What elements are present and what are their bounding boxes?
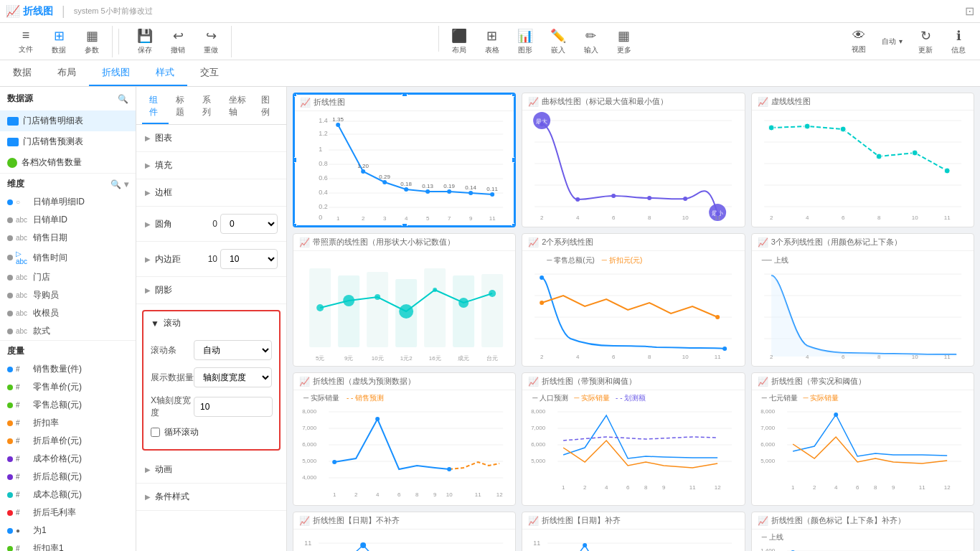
chart-card-9[interactable]: 📈 折线性图（带实况和阈值） ─ 七元销量 ─ 实际销量 8,000 7,000… bbox=[751, 372, 974, 506]
tab-layout[interactable]: 布局 bbox=[44, 60, 89, 86]
section-chart-header[interactable]: ▶ 图表 bbox=[136, 125, 286, 151]
shape-button[interactable]: 📊 图形 bbox=[509, 26, 541, 57]
tab-linechart[interactable]: 折线图 bbox=[89, 60, 143, 86]
search-icon[interactable]: 🔍 bbox=[118, 94, 128, 104]
context-tabs-bar: 数据 布局 折线图 样式 交互 bbox=[0, 60, 980, 87]
window-controls[interactable]: ⊡ bbox=[965, 4, 974, 18]
redo-button[interactable]: ↪ 重做 bbox=[195, 26, 227, 57]
svg-point-68 bbox=[876, 154, 882, 159]
expand-dim-icon[interactable]: ▾ bbox=[124, 179, 128, 189]
measure-item-11[interactable]: # 折扣率1 bbox=[0, 540, 136, 551]
tab-style[interactable]: 样式 bbox=[143, 60, 187, 86]
svg-point-89 bbox=[458, 298, 468, 308]
tab-data[interactable]: 数据 bbox=[0, 60, 44, 86]
svg-text:7,000: 7,000 bbox=[302, 425, 317, 431]
chart-body-1: 1.4 1.2 1 0.8 0.6 0.4 0.2 0 bbox=[294, 111, 514, 226]
info-button[interactable]: ℹ 信息 bbox=[943, 26, 974, 57]
section-padding-header[interactable]: ▶ 内边距 10 10 bbox=[136, 242, 286, 276]
field-item-4[interactable]: ▷ abc 销售时间 bbox=[0, 247, 136, 268]
chart-card-7[interactable]: 📈 折线性图（虚线为预测数据） ─ 实际销量 - - 销售预测 8,000 7,… bbox=[293, 372, 516, 506]
style-tab-legend[interactable]: 图例 bbox=[254, 90, 281, 124]
section-condition-header[interactable]: ▶ 条件样式 bbox=[136, 484, 286, 510]
show-data-select[interactable]: 轴刻度宽度 固定数量 bbox=[194, 367, 272, 387]
measure-item-6[interactable]: # 成本价格(元) bbox=[0, 450, 136, 468]
handle-bc[interactable] bbox=[402, 223, 407, 227]
chart-icon-11: 📈 bbox=[528, 516, 539, 526]
svg-point-70 bbox=[944, 168, 950, 174]
field-item-6[interactable]: abc 导购员 bbox=[0, 286, 136, 304]
chart-card-4[interactable]: 📈 带照票的线性图（用形状大小标记数值） bbox=[293, 233, 516, 367]
data-button[interactable]: ⊞ 数据 bbox=[43, 26, 75, 57]
style-tab-title[interactable]: 标题 bbox=[169, 90, 195, 124]
measure-item-4[interactable]: # 折扣率 bbox=[0, 414, 136, 432]
measure-item-8[interactable]: # 成本总额(元) bbox=[0, 486, 136, 504]
handle-mr[interactable] bbox=[512, 157, 516, 163]
section-shadow-header[interactable]: ▶ 阴影 bbox=[136, 277, 286, 303]
field-item-8[interactable]: abc 款式 bbox=[0, 322, 136, 340]
layout-button[interactable]: ⬛ 布局 bbox=[443, 26, 475, 57]
view-button[interactable]: 👁 视图 bbox=[843, 26, 875, 57]
loop-checkbox[interactable] bbox=[151, 428, 160, 437]
undo-button[interactable]: ↩ 撤销 bbox=[162, 26, 194, 57]
chart-card-8[interactable]: 📈 折线性图（带预测和阈值） ─ 人口预测 ─ 实际销量 - - 划测额 8,0… bbox=[522, 372, 745, 506]
params-button[interactable]: ▦ 参数 bbox=[76, 26, 108, 57]
dimension-actions[interactable]: 🔍 ▾ bbox=[110, 179, 128, 189]
datasource-item-1[interactable]: 门店销售明细表 bbox=[0, 110, 136, 131]
zoom-control[interactable]: 自动 ▾ bbox=[876, 26, 908, 57]
chart-svg-2: 最大 最小 2 4 6 bbox=[525, 113, 741, 221]
handle-tl[interactable] bbox=[293, 93, 297, 97]
handle-br[interactable] bbox=[512, 223, 516, 227]
measure-item-1[interactable]: # 销售数量(件) bbox=[0, 360, 136, 378]
svg-rect-83 bbox=[481, 274, 503, 347]
field-item-5[interactable]: abc 门店 bbox=[0, 268, 136, 286]
chart-card-1[interactable]: 📈 折线性图 1.4 1.2 1 0.8 0.6 0.4 0.2 0 bbox=[293, 93, 516, 227]
field-item-3[interactable]: abc 销售日期 bbox=[0, 229, 136, 247]
style-tab-series[interactable]: 系列 bbox=[195, 90, 222, 124]
file-button[interactable]: ≡ 文件 bbox=[10, 26, 42, 57]
chart-card-6[interactable]: 📈 3个系列线性图（用颜色标记上下条） ── 上线 bbox=[751, 233, 974, 367]
datasource-actions[interactable]: 🔍 bbox=[118, 94, 128, 104]
chart-card-12[interactable]: 📈 折线性图（颜色标记【上下条】补齐） ─ 上线 1,400 1,200 1,0… bbox=[751, 512, 974, 551]
measure-item-7[interactable]: # 折后总额(元) bbox=[0, 468, 136, 486]
more-button[interactable]: ▦ 更多 bbox=[608, 26, 640, 57]
scroll-section-header[interactable]: ▼ 滚动 bbox=[143, 311, 279, 335]
input-button[interactable]: ✏ 输入 bbox=[575, 26, 607, 57]
measure-item-10[interactable]: ● 为1 bbox=[0, 522, 136, 540]
search-dim-icon[interactable]: 🔍 bbox=[110, 179, 121, 189]
section-corner-header[interactable]: ▶ 圆角 0 0 bbox=[136, 207, 286, 241]
chart-card-3[interactable]: 📈 虚线线性图 bbox=[751, 93, 974, 227]
handle-tc[interactable] bbox=[402, 93, 407, 97]
update-button[interactable]: ↻ 更新 bbox=[910, 26, 941, 57]
datasource-item-2[interactable]: 门店销售预测表 bbox=[0, 131, 136, 152]
chart-card-10[interactable]: 📈 折线性图【日期】不补齐 11 10 9 bbox=[293, 512, 516, 551]
field-item-7[interactable]: abc 收根员 bbox=[0, 304, 136, 322]
corner-select[interactable]: 0 bbox=[220, 214, 278, 234]
save-button[interactable]: 💾 保存 bbox=[129, 26, 161, 57]
table-button[interactable]: ⊞ 表格 bbox=[476, 26, 508, 57]
chart-card-2[interactable]: 📈 曲标线性图（标记最大值和最小值） 最大 bbox=[522, 93, 745, 227]
style-tab-component[interactable]: 组件 bbox=[142, 90, 169, 124]
handle-bl[interactable] bbox=[293, 223, 297, 227]
section-animation-header[interactable]: ▶ 动画 bbox=[136, 456, 286, 483]
handle-ml[interactable] bbox=[293, 157, 297, 163]
measure-item-2[interactable]: # 零售单价(元) bbox=[0, 378, 136, 396]
x-width-input[interactable] bbox=[194, 397, 273, 417]
border-arrow-icon: ▶ bbox=[145, 189, 151, 197]
style-tab-axis[interactable]: 坐标轴 bbox=[222, 90, 254, 124]
measure-item-3[interactable]: # 零售总额(元) bbox=[0, 396, 136, 414]
edit-group: 💾 保存 ↩ 撤销 ↪ 重做 bbox=[125, 26, 232, 57]
section-border-header[interactable]: ▶ 边框 bbox=[136, 179, 286, 206]
field-item-1[interactable]: ○ 日销单明细ID bbox=[0, 193, 136, 211]
section-fill-header[interactable]: ▶ 填充 bbox=[136, 152, 286, 179]
measure-item-5[interactable]: # 折后单价(元) bbox=[0, 432, 136, 450]
embed-button[interactable]: ✏️ 嵌入 bbox=[542, 26, 574, 57]
chart-card-5[interactable]: 📈 2个系列线性图 ─ 零售总额(元) ─ 折扣元(元) bbox=[522, 233, 745, 367]
chart-card-11[interactable]: 📈 折线性图【日期】补齐 11 10 9 bbox=[522, 512, 745, 551]
handle-tr[interactable] bbox=[512, 93, 516, 97]
measure-item-9[interactable]: # 折后毛利率 bbox=[0, 504, 136, 522]
padding-select[interactable]: 10 bbox=[220, 249, 278, 269]
tab-interact[interactable]: 交互 bbox=[187, 60, 232, 86]
field-item-2[interactable]: abc 日销单ID bbox=[0, 211, 136, 229]
scrollbar-select[interactable]: 自动 始终显示 始终隐藏 bbox=[194, 340, 272, 360]
datasource-item-3[interactable]: 各档次销售数量 bbox=[0, 152, 136, 173]
